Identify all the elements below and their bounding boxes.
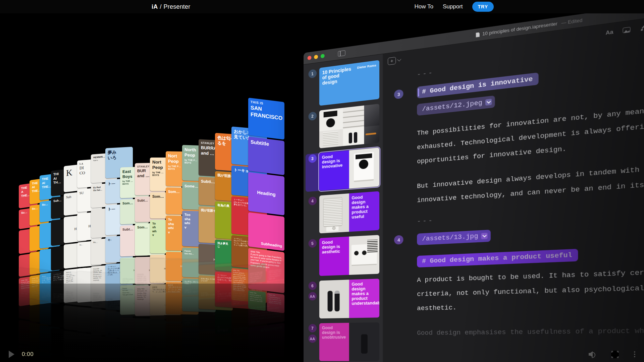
slide-number-badge: 6 <box>308 282 316 290</box>
slide-photo-radio <box>349 235 379 275</box>
slide-line-marker: 3 <box>394 89 404 99</box>
slide-title-text: Good design is innovative <box>319 150 349 191</box>
slide-gutter: 1 <box>306 68 319 108</box>
try-button[interactable]: TRY <box>472 2 494 12</box>
asset-pill: /assets/13.jpg <box>417 230 491 245</box>
slide-photo-washer <box>349 147 379 189</box>
deck-card: Heading <box>248 172 284 215</box>
editor-line: --- <box>417 202 644 225</box>
slide-gutter: 5 <box>306 238 319 276</box>
slide-line-marker: 4 <box>394 235 404 245</box>
deck-card-mini: Slide Title If you're going to San Franc… <box>248 263 266 284</box>
card-text: Heading <box>257 190 275 198</box>
logo-separator: / <box>160 3 161 10</box>
nav-link-support[interactable]: Support <box>443 3 463 10</box>
asset-path: /assets/13.jpg <box>422 233 478 243</box>
element <box>327 291 332 312</box>
logo-product: Presenter <box>164 3 191 10</box>
collage-photo <box>343 106 364 129</box>
slide-thumbnail: Good design makes a product understandab… <box>319 279 379 318</box>
nav-link-how-to[interactable]: How To <box>415 3 433 10</box>
slide-title-text: 10 Principles of good design <box>322 66 356 86</box>
paragraph: But innovative design always develops in… <box>417 159 644 207</box>
image-icon <box>623 27 630 33</box>
plus-icon: + <box>388 57 396 65</box>
deck-card: Slide Title If you're going to San Franc… <box>248 260 284 284</box>
slide-number-badge: 2 <box>308 112 316 121</box>
collage-photo <box>319 129 343 148</box>
deck-card: Slide Title If you're going to San Franc… <box>248 281 284 326</box>
text-size-badge: AA <box>308 335 316 343</box>
traffic-lights <box>308 54 325 60</box>
video-player-controls: 0:00 <box>0 347 644 362</box>
close-traffic-light-icon <box>308 56 312 60</box>
slide-photo-grille <box>319 193 349 233</box>
editor-line: Good design emphasises the usefulness of… <box>417 323 644 340</box>
slide-number-badge: 4 <box>308 196 316 205</box>
washer-photo <box>354 152 374 182</box>
volume-icon[interactable] <box>589 351 596 357</box>
collage-photo <box>364 104 379 127</box>
slide-row: 110 Principles of good designDieter Rams <box>306 60 379 107</box>
edited-status: — Edited <box>561 18 582 26</box>
sidebar-toggle-icon <box>338 50 345 57</box>
slide-gutter: 6AA <box>306 281 319 319</box>
slide-thumbnail: Good design makes a product useful <box>319 191 379 233</box>
editor-line: 4/assets/13.jpg <box>417 220 644 245</box>
chevron-down-icon <box>485 99 492 106</box>
zoom-traffic-light-icon <box>321 54 325 58</box>
heading-pill: # Good design makes a product useful <box>417 249 578 267</box>
player-right-controls <box>589 351 635 358</box>
text-size-badge: AA <box>308 292 316 301</box>
chevron-down-icon <box>397 57 401 61</box>
element <box>323 197 342 227</box>
element <box>367 240 377 252</box>
card-text: Subheading <box>261 325 282 332</box>
slide-thumbnail: Good design is aesthetic <box>319 235 379 276</box>
document-icon <box>476 32 480 38</box>
card-text: 夢み いろ <box>108 149 130 161</box>
slide-thumbnail: 10 Principles of good designDieter Rams <box>319 60 379 106</box>
slide-gutter: 3 <box>306 153 319 192</box>
slide-row: 2 <box>306 104 379 150</box>
element <box>356 154 372 159</box>
slide-row: 3Good design is innovative <box>306 147 379 192</box>
ia-presenter-window: 10 principles of design.iapresenter — Ed… <box>304 0 644 362</box>
nav-links: How To Support TRY <box>415 0 494 13</box>
element <box>359 159 369 169</box>
play-icon[interactable] <box>9 351 14 358</box>
markdown-divider: --- <box>417 202 644 225</box>
top-nav-bar: iA / Presenter How To Support TRY <box>0 0 644 13</box>
deck-card-mini: Slide Title If you're going to San Franc… <box>231 272 249 306</box>
minimize-traffic-light-icon <box>314 55 318 59</box>
slide-row: 6AAGood design makes a product understan… <box>306 279 379 319</box>
slide-title-layout: 10 Principles of good designDieter Rams <box>319 60 379 106</box>
slide-sidebar: 110 Principles of good designDieter Rams… <box>304 54 383 362</box>
slide-photo-lighters <box>319 280 349 318</box>
card-text: Slide Title If you're going to San Franc… <box>251 303 282 323</box>
element <box>335 291 340 311</box>
fullscreen-icon[interactable] <box>611 351 619 358</box>
theme-brush-icon <box>640 25 644 31</box>
deck-card: THIS ISSAN FRANCISCO <box>248 98 284 139</box>
collage-photo <box>364 125 379 144</box>
slide-byline: Dieter Rams <box>357 63 376 70</box>
window-body: 110 Principles of good designDieter Rams… <box>304 12 644 362</box>
editor-line: But innovative design always develops in… <box>417 159 644 207</box>
slide-title-text: Good design is aesthetic <box>319 237 349 276</box>
editor-content: ---3# Good design is innovative/assets/1… <box>383 31 644 341</box>
paragraph: Good design emphasises the usefulness of… <box>417 323 644 340</box>
chevron-down-icon <box>481 233 488 239</box>
slide-number-badge: 7 <box>308 324 316 332</box>
slide-thumbnail: Good design is innovative <box>319 147 379 191</box>
insert-button: + <box>388 56 400 65</box>
slide-row: 4Good design makes a product useful <box>306 191 379 234</box>
slide-gutter: 2 <box>306 111 319 150</box>
deck-card-mini: Slide Title If you're going to San Franc… <box>267 260 284 281</box>
format-icon: Aa <box>606 29 613 36</box>
slide-number-badge: 3 <box>308 154 316 163</box>
logo[interactable]: iA / Presenter <box>152 0 190 13</box>
slide-title-text: Good design makes a product understandab… <box>349 279 379 318</box>
slide-thumbnail <box>319 104 379 148</box>
more-options-icon[interactable] <box>634 351 635 357</box>
